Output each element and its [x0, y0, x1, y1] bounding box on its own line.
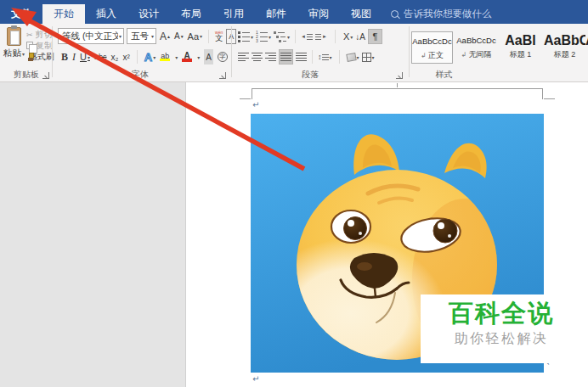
numbering-button[interactable]: 1 2 3 ▾	[256, 29, 271, 44]
character-shading-button[interactable]: A	[204, 49, 213, 64]
shading-button[interactable]: ▾	[347, 49, 359, 64]
font-color-button[interactable]: A	[182, 49, 192, 64]
align-left-button[interactable]	[238, 49, 249, 64]
multilevel-list-button[interactable]: ▾	[274, 29, 290, 44]
style-name: 无间隔	[469, 50, 492, 59]
paragraph-group-label: 段落	[280, 69, 340, 81]
copy-button[interactable]: 复制	[26, 40, 54, 51]
decrease-indent-button[interactable]: ◄	[301, 29, 313, 44]
tab-file[interactable]: 文件	[0, 4, 42, 24]
crop-mark-left	[240, 98, 251, 99]
document-canvas[interactable]: ↵	[0, 82, 588, 387]
style-name: 正文	[428, 51, 444, 59]
phonetic-base-text: 文	[215, 35, 223, 42]
shading-bucket-icon	[346, 53, 356, 62]
document-gray-margin	[0, 82, 186, 387]
text-boundary-left	[252, 88, 252, 99]
shrink-font-mark: ▼	[180, 34, 184, 39]
asian-layout-glyph: X	[343, 31, 349, 42]
change-case-button[interactable]: Aa▾	[188, 29, 202, 44]
tab-layout[interactable]: 布局	[170, 4, 212, 24]
highlight-color-bar	[160, 59, 170, 62]
font-name-caret: ▾	[119, 33, 122, 39]
tab-insert[interactable]: 插入	[85, 4, 127, 24]
ribbon-tab-strip: 文件 开始 插入 设计 布局 引用 邮件 审阅 视图 告诉我你想要做什么	[0, 0, 588, 24]
asian-layout-button[interactable]: X▾	[343, 29, 353, 44]
tab-mailings[interactable]: 邮件	[255, 4, 297, 24]
numbering-icon: 1 2 3	[256, 31, 268, 42]
bullets-icon	[238, 31, 250, 42]
asian-layout-caret: ▾	[350, 34, 353, 40]
grow-font-button[interactable]: A▲	[160, 29, 171, 44]
distribute-icon	[296, 53, 307, 61]
format-painter-button[interactable]: 格式刷	[26, 51, 54, 62]
search-icon	[391, 10, 399, 18]
show-hide-marks-button[interactable]: ¶	[368, 29, 382, 44]
style-mark: ↲	[461, 51, 466, 59]
tab-view[interactable]: 视图	[340, 4, 382, 24]
text-effects-button[interactable]: A▾	[144, 49, 155, 64]
tell-me-box[interactable]: 告诉我你想要做什么	[391, 4, 492, 24]
underline-glyph: U	[80, 52, 87, 62]
borders-button[interactable]: ▾	[362, 49, 375, 64]
distribute-button[interactable]	[296, 49, 307, 64]
font-name-combo[interactable]: 等线 (中文正文) ▾	[58, 28, 124, 44]
word-window: 文件 开始 插入 设计 布局 引用 邮件 审阅 视图 告诉我你想要做什么 粘贴▾…	[0, 0, 588, 387]
font-color-caret: ▾	[197, 54, 200, 60]
subscript-button[interactable]: x₂	[111, 49, 119, 64]
borders-grid-icon	[362, 53, 371, 62]
increase-indent-button[interactable]: ►	[315, 29, 327, 44]
align-right-button[interactable]	[265, 49, 276, 64]
style-heading-1[interactable]: AaBl 标题 1	[500, 31, 541, 64]
numbering-digit: 3	[256, 40, 258, 42]
decrease-indent-icon: ◄	[301, 34, 306, 39]
italic-button[interactable]: I	[72, 49, 76, 64]
grow-font-glyph: A	[160, 31, 167, 42]
clipboard-dialog-launcher[interactable]	[42, 72, 49, 79]
sort-button[interactable]: ↓A	[355, 29, 365, 44]
shrink-font-button[interactable]: A▼	[174, 29, 184, 44]
phonetic-guide-button[interactable]: wén 文	[215, 29, 223, 44]
tab-home[interactable]: 开始	[42, 4, 85, 24]
styles-group-label: 样式	[421, 69, 467, 81]
style-no-spacing[interactable]: AaBbCcDc ↲ 无间隔	[455, 31, 497, 64]
strikethrough-button[interactable]: abc	[94, 49, 107, 64]
tab-references[interactable]: 引用	[212, 4, 255, 24]
style-normal[interactable]: AaBbCcDc ↲ 正文	[411, 31, 453, 64]
increase-indent-icon: ►	[322, 34, 327, 39]
line-spacing-icon: ↕	[318, 53, 321, 61]
paragraph-dialog-launcher[interactable]	[396, 72, 403, 79]
style-heading-2[interactable]: AaBbC 标题 2	[544, 31, 585, 64]
change-case-glyph: Aa	[188, 31, 199, 42]
underline-button[interactable]: U▾	[80, 49, 90, 64]
watermark-box: 百科全说 助你轻松解决	[421, 294, 582, 363]
bold-button[interactable]: B	[61, 49, 68, 64]
paste-button[interactable]: 粘贴▾	[3, 27, 25, 73]
superscript-button[interactable]: x²	[122, 49, 129, 64]
paragraph-mark: ↵	[252, 100, 259, 109]
highlight-color-button[interactable]: ab	[160, 49, 170, 64]
font-size-combo[interactable]: 五号 ▾	[127, 28, 156, 44]
style-mark: ↲	[421, 52, 427, 59]
bullets-caret: ▾	[251, 34, 253, 40]
align-left-icon	[238, 53, 249, 61]
bullets-button[interactable]: ▾	[238, 29, 253, 44]
ribbon-home: 粘贴▾ ✂ 剪切 复制 格式刷 剪贴板 等线 (中文正文) ▾ 五号	[0, 24, 588, 82]
justify-button[interactable]	[279, 49, 293, 64]
shading-caret: ▾	[357, 54, 359, 60]
align-right-icon	[265, 53, 276, 61]
tab-review[interactable]: 审阅	[297, 4, 340, 24]
cut-button[interactable]: ✂ 剪切	[26, 29, 54, 40]
cut-label: 剪切	[36, 29, 53, 41]
style-name: 标题 1	[510, 50, 532, 59]
line-spacing-caret: ▾	[330, 54, 332, 60]
tell-me-label: 告诉我你想要做什么	[404, 8, 492, 20]
sort-glyph: A	[359, 32, 365, 42]
tab-design[interactable]: 设计	[127, 4, 170, 24]
align-center-button[interactable]	[252, 49, 263, 64]
line-spacing-button[interactable]: ↕▾	[318, 49, 332, 64]
enclose-characters-button[interactable]: 字	[218, 52, 228, 62]
font-dialog-launcher[interactable]	[219, 72, 226, 79]
font-group-label: 字体	[110, 69, 170, 81]
paste-clipboard-icon	[7, 27, 21, 46]
